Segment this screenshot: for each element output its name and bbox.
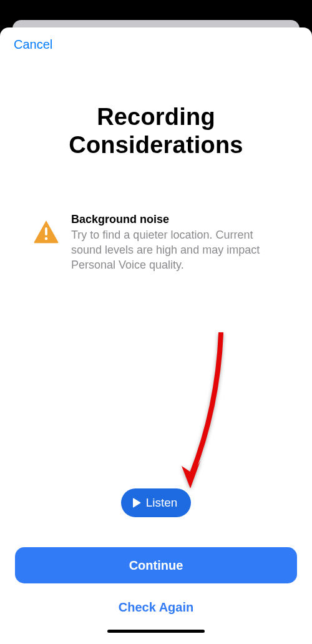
svg-rect-0 <box>45 227 47 235</box>
listen-label: Listen <box>146 496 178 510</box>
nav-bar: Cancel <box>0 27 312 52</box>
info-heading: Background noise <box>71 213 280 226</box>
info-text: Background noise Try to find a quieter l… <box>71 213 280 273</box>
warning-triangle-icon <box>32 218 60 245</box>
annotation-arrow-icon <box>182 332 225 490</box>
content-area: Recording Considerations Background nois… <box>0 52 312 547</box>
check-again-button[interactable]: Check Again <box>15 590 297 625</box>
modal-sheet: Cancel Recording Considerations Backgrou… <box>0 27 312 644</box>
cancel-button[interactable]: Cancel <box>14 37 52 52</box>
info-row: Background noise Try to find a quieter l… <box>15 213 297 273</box>
play-icon <box>132 498 141 508</box>
page-title: Recording Considerations <box>15 103 297 159</box>
listen-button[interactable]: Listen <box>121 488 192 517</box>
home-indicator <box>107 630 205 633</box>
listen-button-wrap: Listen <box>15 488 297 517</box>
svg-point-1 <box>45 237 48 240</box>
info-description: Try to find a quieter location. Current … <box>71 227 280 273</box>
footer: Continue Check Again <box>0 547 312 644</box>
continue-button[interactable]: Continue <box>15 547 297 583</box>
